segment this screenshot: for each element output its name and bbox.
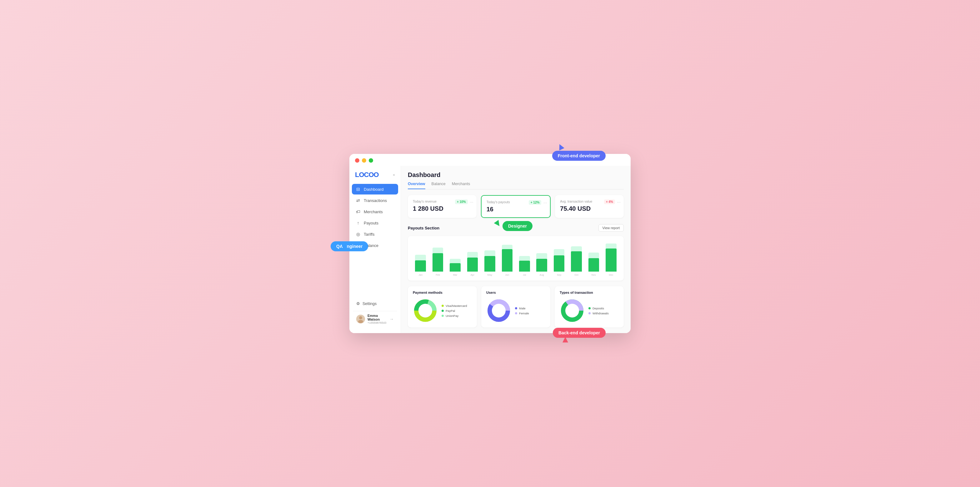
- bar-group-may: [482, 243, 498, 271]
- transaction-types-card: Types of transaction: [555, 286, 624, 327]
- chart-label-sep: Sep: [551, 273, 566, 276]
- legend-dot-deposits: [589, 307, 590, 309]
- legend-label-withdrawals: Withdrawals: [592, 312, 609, 315]
- payment-methods-card: Payment methods: [408, 286, 477, 327]
- app-window: LOCOO « ⊟ Dashboard ⇄ Transactions 🏷: [349, 154, 631, 333]
- cursor-backend: [563, 337, 568, 343]
- transactions-icon: ⇄: [356, 198, 361, 203]
- legend-dot-male: [515, 307, 517, 309]
- users-title: Users: [486, 290, 545, 294]
- app-body: LOCOO « ⊟ Dashboard ⇄ Transactions 🏷: [349, 166, 631, 333]
- payment-methods-donut: [413, 298, 438, 323]
- payment-methods-title: Payment methods: [413, 290, 472, 294]
- legend-dot-visa: [442, 305, 444, 307]
- payouts-icon: ↑: [356, 220, 361, 225]
- tariffs-icon: ◎: [356, 232, 361, 236]
- merchants-icon: 🏷: [356, 209, 361, 214]
- dashboard-icon: ⊟: [356, 187, 361, 192]
- sidebar-item-label: Tariffs: [364, 232, 374, 236]
- chart-label-aug: Aug: [534, 273, 549, 276]
- user-phone: +15559876543: [368, 321, 387, 324]
- user-info: Emma Watson +15559876543: [368, 314, 387, 324]
- bar-chart: [413, 240, 619, 271]
- legend-label-unionpay: UnionPay: [445, 314, 458, 317]
- legend-label-female: Female: [519, 312, 529, 315]
- user-name: Emma Watson: [368, 314, 387, 321]
- card-avg-value: 75.40 USD: [560, 205, 619, 212]
- bar-group-jun: [500, 243, 515, 271]
- legend-dot-withdrawals: [589, 312, 590, 314]
- sidebar-nav: ⊟ Dashboard ⇄ Transactions 🏷 Merchants ↑…: [349, 184, 401, 296]
- collapse-icon[interactable]: «: [393, 173, 395, 177]
- transaction-types-donut-row: Deposits Withdrawals: [560, 298, 619, 323]
- sidebar-item-label: Transactions: [364, 198, 387, 203]
- tab-merchants[interactable]: Merchants: [452, 182, 470, 189]
- sidebar-item-tariffs[interactable]: ◎ Tariffs: [352, 229, 398, 240]
- card-revenue-value: 1 280 USD: [413, 205, 472, 212]
- card-payouts: Today's payouts 16 + 12% ···: [481, 195, 551, 218]
- chart-label-nov: Nov: [586, 273, 601, 276]
- maximize-button[interactable]: [369, 158, 373, 163]
- card-avg-transaction: Avg. transaction value 75.40 USD + 4% ··…: [555, 195, 624, 218]
- chart-label-mar: Mar: [447, 273, 463, 276]
- legend-deposits: Deposits: [589, 306, 609, 310]
- settings-item[interactable]: ⚙ Settings: [353, 299, 397, 308]
- chart-label-dec: Dec: [603, 273, 619, 276]
- svg-point-1: [359, 316, 362, 319]
- chart-label-may: May: [482, 273, 498, 276]
- legend-dot-paypal: [442, 310, 444, 312]
- avatar: [356, 315, 365, 324]
- legend-label-visa: Visa/Mastercard: [445, 304, 467, 308]
- sidebar-item-label: Dashboard: [364, 187, 384, 192]
- legend-male: Male: [515, 306, 529, 310]
- card-payouts-badge: + 12%: [529, 200, 542, 205]
- view-report-button[interactable]: View report: [598, 224, 624, 232]
- bar-group-jan: [413, 243, 428, 271]
- legend-paypal: PayPal: [442, 309, 467, 313]
- badge-frontend: Front-end developer: [552, 151, 606, 161]
- sidebar-item-transactions[interactable]: ⇄ Transactions: [352, 195, 398, 206]
- chart-label-jan: Jan: [413, 273, 428, 276]
- chart-labels: JanFebMarAprMayJunJulAugSepOctNovDec: [413, 273, 619, 276]
- legend-dot-female: [515, 312, 517, 314]
- cards-row: Today's revenue 1 280 USD + 10% ··· Toda…: [408, 195, 624, 218]
- card-payouts-value: 16: [487, 206, 545, 213]
- tab-balance[interactable]: Balance: [431, 182, 445, 189]
- badge-backend: Back-end developer: [553, 328, 606, 338]
- bar-chart-container: JanFebMarAprMayJunJulAugSepOctNovDec: [408, 236, 624, 281]
- svg-point-2: [358, 320, 363, 323]
- legend-dot-unionpay: [442, 315, 444, 317]
- logo-text: LOCOO: [355, 171, 379, 179]
- bar-group-aug: [534, 243, 549, 271]
- legend-label-paypal: PayPal: [445, 309, 455, 313]
- payouts-section-title: Payouts Section: [408, 226, 439, 230]
- legend-label-male: Male: [519, 306, 526, 310]
- bar-group-oct: [569, 243, 584, 271]
- legend-female: Female: [515, 312, 529, 315]
- tab-overview[interactable]: Overview: [408, 182, 425, 189]
- minimize-button[interactable]: [362, 158, 366, 163]
- transaction-types-title: Types of transaction: [560, 290, 619, 294]
- sidebar-item-dashboard[interactable]: ⊟ Dashboard: [352, 184, 398, 195]
- page-title: Dashboard: [408, 171, 624, 179]
- users-donut: [486, 298, 511, 323]
- chart-label-oct: Oct: [569, 273, 584, 276]
- logout-icon[interactable]: →: [390, 317, 394, 322]
- outer-wrapper: Front-end developer Designer QA Engineer…: [349, 154, 631, 333]
- close-button[interactable]: [355, 158, 360, 163]
- sidebar-item-merchants[interactable]: 🏷 Merchants: [352, 206, 398, 217]
- card-avg-badge: + 4%: [604, 200, 615, 204]
- sidebar-item-payouts[interactable]: ↑ Payouts: [352, 217, 398, 228]
- card-avg-menu[interactable]: ···: [617, 200, 620, 205]
- payment-methods-donut-row: Visa/Mastercard PayPal UnionPay: [413, 298, 472, 323]
- card-payouts-menu[interactable]: ···: [543, 200, 547, 205]
- chart-label-feb: Feb: [430, 273, 445, 276]
- transaction-types-donut: [560, 298, 585, 323]
- card-revenue-menu[interactable]: ···: [470, 200, 473, 205]
- sidebar-logo: LOCOO «: [349, 169, 401, 184]
- users-donut-row: Male Female: [486, 298, 545, 323]
- bar-group-nov: [586, 243, 601, 271]
- sidebar-item-label: Payouts: [364, 221, 379, 225]
- svg-point-12: [565, 304, 579, 317]
- cursor-frontend: [557, 143, 565, 151]
